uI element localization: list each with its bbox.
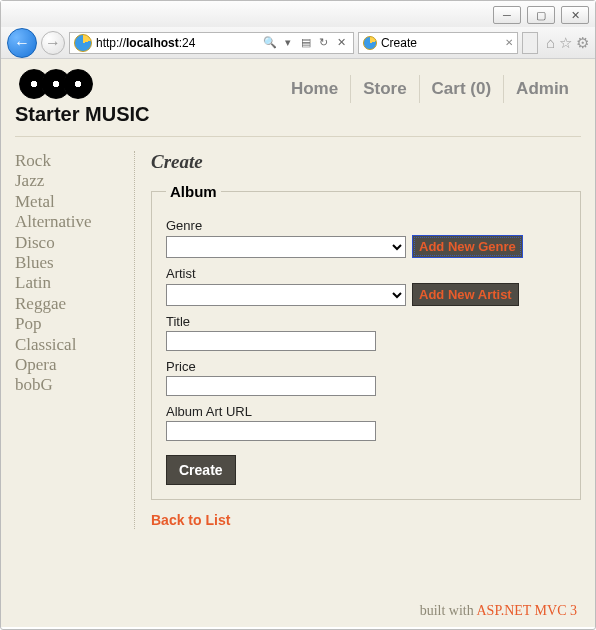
site-header: Starter MUSIC Home Store Cart (0) Admin <box>15 69 581 126</box>
site-title: Starter MUSIC <box>15 103 149 126</box>
nav-home[interactable]: Home <box>279 75 351 103</box>
forward-button[interactable]: → <box>41 31 65 55</box>
tab-ie-icon <box>363 36 377 50</box>
new-tab-button[interactable] <box>522 32 538 54</box>
nav-store[interactable]: Store <box>351 75 419 103</box>
sidebar-item[interactable]: Disco <box>15 233 124 253</box>
divider <box>15 136 581 137</box>
tab-close-icon[interactable]: ✕ <box>505 37 513 48</box>
sidebar-item[interactable]: Reggae <box>15 294 124 314</box>
page-content: Starter MUSIC Home Store Cart (0) Admin … <box>1 59 595 627</box>
sidebar-item[interactable]: Metal <box>15 192 124 212</box>
genre-sidebar: Rock Jazz Metal Alternative Disco Blues … <box>15 151 135 529</box>
sidebar-item[interactable]: Blues <box>15 253 124 273</box>
sidebar-item[interactable]: Opera <box>15 355 124 375</box>
tab-title: Create <box>381 36 501 50</box>
sidebar-item[interactable]: Jazz <box>15 171 124 191</box>
back-button[interactable]: ← <box>7 28 37 58</box>
add-genre-button[interactable]: Add New Genre <box>412 235 523 258</box>
title-input[interactable] <box>166 331 376 351</box>
ie-icon <box>74 34 92 52</box>
footer-link[interactable]: ASP.NET MVC 3 <box>477 603 578 618</box>
close-button[interactable]: ✕ <box>561 6 589 24</box>
back-to-list-link[interactable]: Back to List <box>151 512 230 528</box>
address-bar[interactable]: http://localhost:24 🔍 ▾ ▤ ↻ ✕ <box>69 32 354 54</box>
refresh-icon[interactable]: ↻ <box>317 36 331 49</box>
maximize-button[interactable]: ▢ <box>527 6 555 24</box>
album-fieldset: Album Genre Add New Genre Artist Add New… <box>151 183 581 500</box>
minimize-button[interactable]: ─ <box>493 6 521 24</box>
sidebar-item[interactable]: Classical <box>15 335 124 355</box>
add-artist-button[interactable]: Add New Artist <box>412 283 519 306</box>
arturl-label: Album Art URL <box>166 404 566 419</box>
window-titlebar: ─ ▢ ✕ <box>1 1 595 27</box>
browser-window: ─ ▢ ✕ ← → http://localhost:24 🔍 ▾ ▤ ↻ ✕ … <box>0 0 596 630</box>
footer-text: built with <box>420 603 477 618</box>
stop-icon[interactable]: ✕ <box>335 36 349 49</box>
fieldset-legend: Album <box>166 183 221 200</box>
search-icon[interactable]: 🔍 <box>263 36 277 49</box>
favorites-icon[interactable]: ☆ <box>559 34 572 52</box>
page-heading: Create <box>151 151 581 173</box>
sidebar-item[interactable]: Pop <box>15 314 124 334</box>
main-nav: Home Store Cart (0) Admin <box>279 75 581 103</box>
sidebar-item[interactable]: bobG <box>15 375 124 395</box>
home-icon[interactable]: ⌂ <box>546 34 555 51</box>
nav-cart[interactable]: Cart (0) <box>420 75 505 103</box>
compat-icon[interactable]: ▤ <box>299 36 313 49</box>
sidebar-item[interactable]: Rock <box>15 151 124 171</box>
browser-toolbar: ← → http://localhost:24 🔍 ▾ ▤ ↻ ✕ Create… <box>1 27 595 59</box>
browser-tab[interactable]: Create ✕ <box>358 32 518 54</box>
url-text: http://localhost:24 <box>96 36 259 50</box>
tools-icon[interactable]: ⚙ <box>576 34 589 52</box>
genre-label: Genre <box>166 218 566 233</box>
dropdown-icon[interactable]: ▾ <box>281 36 295 49</box>
price-input[interactable] <box>166 376 376 396</box>
arturl-input[interactable] <box>166 421 376 441</box>
footer: built with ASP.NET MVC 3 <box>420 603 577 619</box>
price-label: Price <box>166 359 566 374</box>
artist-label: Artist <box>166 266 566 281</box>
title-label: Title <box>166 314 566 329</box>
main-content: Create Album Genre Add New Genre Artist <box>135 151 581 529</box>
nav-admin[interactable]: Admin <box>504 75 581 103</box>
genre-select[interactable] <box>166 236 406 258</box>
logo-icon <box>19 69 149 99</box>
create-button[interactable]: Create <box>166 455 236 485</box>
sidebar-item[interactable]: Alternative <box>15 212 124 232</box>
sidebar-item[interactable]: Latin <box>15 273 124 293</box>
artist-select[interactable] <box>166 284 406 306</box>
